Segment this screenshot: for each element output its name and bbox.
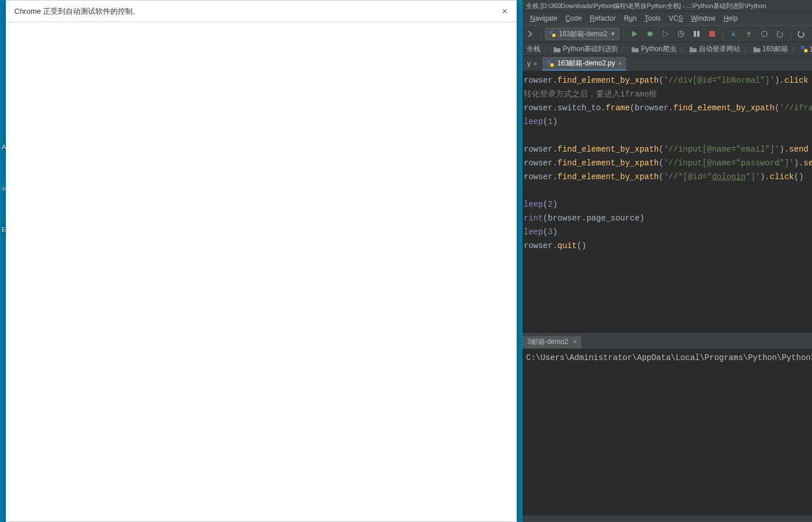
- breadcrumb-item[interactable]: 自动登录网站: [687, 44, 742, 54]
- editor-tabs: y × 163邮箱-demo2.py ×: [523, 56, 812, 71]
- concurrency-icon[interactable]: [690, 28, 703, 40]
- folder-icon: [689, 46, 697, 53]
- console-line: C:\Users\Administrator\AppData\Local\Pro…: [526, 351, 809, 364]
- svg-rect-1: [552, 34, 555, 37]
- separator: [540, 28, 541, 40]
- svg-rect-11: [697, 31, 699, 37]
- svg-rect-15: [804, 49, 807, 53]
- menu-code[interactable]: Code: [561, 14, 586, 22]
- close-icon[interactable]: ×: [573, 339, 577, 345]
- separator: [624, 28, 624, 40]
- coverage-icon[interactable]: [659, 28, 672, 40]
- breadcrumb-label: Python爬虫: [641, 44, 676, 54]
- menu-bar: Navigate Code Refactor Run Tools VCS Win…: [523, 11, 812, 25]
- svg-rect-17: [551, 63, 554, 67]
- profile-icon[interactable]: [675, 28, 687, 40]
- chevron-right-icon: 〉: [543, 44, 550, 54]
- python-icon: [549, 30, 556, 37]
- python-file-icon: [547, 60, 554, 67]
- breadcrumb-item[interactable]: Python基础到进阶: [551, 44, 620, 54]
- tab-label: 163邮箱-demo2.py: [557, 59, 615, 68]
- toolbar: 163邮箱-demo2 ▼: [523, 25, 812, 42]
- automation-infobar: Chrome 正受到自动测试软件的控制。 ×: [6, 1, 516, 22]
- stop-icon[interactable]: [706, 28, 718, 40]
- svg-rect-16: [547, 60, 551, 63]
- close-icon[interactable]: ×: [500, 7, 509, 16]
- breadcrumb-label: 163邮箱: [763, 44, 788, 54]
- menu-vcs[interactable]: VCS: [665, 14, 687, 22]
- code-editor[interactable]: rowser.find_element_by_xpath('//div[@id=…: [523, 71, 812, 333]
- breadcrumb-item[interactable]: 163邮箱: [751, 44, 790, 54]
- vcs-commit-icon[interactable]: [743, 28, 755, 40]
- close-icon[interactable]: ×: [618, 60, 621, 67]
- editor-tab[interactable]: y ×: [523, 57, 542, 71]
- menu-refactor[interactable]: Refactor: [586, 14, 620, 22]
- breadcrumb-label: 自动登录网站: [699, 44, 740, 54]
- pycharm-window: 全栈 [D:\360Downloads\Python编程\老男孩Python全栈…: [523, 0, 812, 522]
- run-tool-window: 3邮箱-demo2 × C:\Users\Administrator\AppDa…: [523, 335, 812, 516]
- undo-icon[interactable]: [795, 28, 807, 40]
- editor-tab[interactable]: 163邮箱-demo2.py ×: [542, 57, 627, 71]
- chevron-down-icon: ▼: [610, 31, 616, 37]
- svg-point-13: [761, 31, 767, 37]
- menu-tools[interactable]: Tools: [640, 14, 664, 22]
- svg-rect-10: [694, 31, 696, 37]
- window-title: 全栈 [D:\360Downloads\Python编程\老男孩Python全栈…: [523, 0, 812, 11]
- menu-help[interactable]: Help: [720, 14, 742, 22]
- breadcrumb-item[interactable]: Python爬虫: [629, 44, 678, 54]
- breadcrumb-label: 全栈: [527, 44, 540, 54]
- svg-line-5: [648, 32, 649, 33]
- breadcrumb-label: 16: [810, 45, 812, 53]
- svg-rect-0: [550, 31, 552, 34]
- vcs-history-icon[interactable]: [758, 28, 771, 40]
- vcs-update-icon[interactable]: [727, 28, 740, 40]
- menu-navigate[interactable]: Navigate: [526, 14, 561, 22]
- console-output[interactable]: C:\Users\Administrator\AppData\Local\Pro…: [523, 349, 812, 516]
- folder-icon: [553, 46, 561, 53]
- folder-icon: [753, 46, 761, 53]
- separator: [790, 28, 791, 40]
- vcs-rollback-icon[interactable]: [774, 28, 786, 40]
- separator: [722, 28, 723, 40]
- run-config-selector[interactable]: 163邮箱-demo2 ▼: [545, 28, 620, 40]
- tab-label: y: [527, 60, 531, 68]
- debug-icon[interactable]: [644, 28, 656, 40]
- svg-line-6: [651, 32, 652, 33]
- breadcrumb-bar: 全栈 〉 Python基础到进阶 〉 Python爬虫 〉 自动登录网站 〉 1…: [523, 42, 812, 56]
- svg-rect-12: [709, 31, 715, 37]
- chrome-window: Chrome 正受到自动测试软件的控制。 ×: [6, 0, 517, 522]
- run-tab[interactable]: 3邮箱-demo2 ×: [523, 336, 581, 349]
- close-icon[interactable]: ×: [533, 60, 537, 67]
- chevron-right-icon: 〉: [679, 44, 686, 54]
- menu-run[interactable]: Run: [620, 14, 640, 22]
- menu-window[interactable]: Window: [687, 14, 720, 22]
- nav-forward-icon[interactable]: [524, 28, 536, 40]
- run-tab-label: 3邮箱-demo2: [527, 337, 568, 347]
- infobar-text: Chrome 正受到自动测试软件的控制。: [14, 6, 140, 17]
- breadcrumb-label: Python基础到进阶: [563, 44, 618, 54]
- run-config-label: 163邮箱-demo2: [559, 29, 608, 39]
- breadcrumb-item[interactable]: 全栈: [525, 44, 542, 54]
- python-file-icon: [801, 45, 808, 53]
- svg-line-9: [681, 34, 683, 35]
- svg-rect-14: [801, 46, 805, 49]
- chevron-right-icon: 〉: [743, 44, 750, 54]
- run-icon[interactable]: [628, 28, 641, 40]
- folder-icon: [631, 46, 639, 53]
- chevron-right-icon: 〉: [791, 44, 798, 54]
- chrome-viewport[interactable]: [6, 22, 516, 521]
- run-tab-bar: 3邮箱-demo2 ×: [523, 335, 812, 349]
- chevron-right-icon: 〉: [621, 44, 628, 54]
- breadcrumb-item[interactable]: 16: [799, 45, 812, 53]
